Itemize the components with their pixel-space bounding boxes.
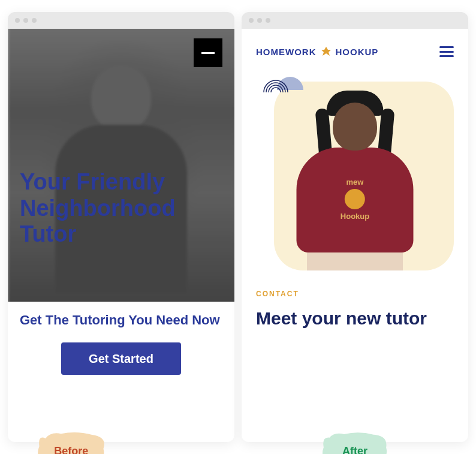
after-header: HOMEWORK HOOKUP [242, 29, 468, 70]
chrome-dot [266, 18, 270, 23]
after-content: HOMEWORK HOOKUP [242, 29, 468, 404]
hamburger-menu-button[interactable] [439, 46, 454, 57]
browser-chrome [8, 12, 234, 29]
shirt-text-2: Hookup [341, 212, 369, 221]
menu-button[interactable] [194, 38, 222, 67]
chrome-dot [257, 18, 262, 23]
after-headline: Meet your new tutor [256, 308, 454, 329]
hamburger-icon [439, 51, 454, 53]
before-label: Before [54, 445, 88, 454]
before-content: Your Friendly Neighborhood Tutor Get The… [8, 29, 234, 404]
shirt-text-1: mew [341, 178, 369, 187]
minus-icon [201, 52, 215, 54]
hamburger-icon [439, 55, 454, 57]
after-hero: mew Hookup [256, 70, 454, 270]
blur-overlay [8, 29, 234, 302]
get-started-button[interactable]: Get Started [61, 342, 181, 375]
brand-logo[interactable]: HOMEWORK HOOKUP [256, 46, 378, 58]
before-hero-image: Your Friendly Neighborhood Tutor [8, 29, 234, 302]
chrome-dot [23, 18, 28, 23]
before-subhead: Get The Tutoring You Need Now [8, 302, 234, 328]
rainbow-icon [261, 70, 291, 94]
person-face [333, 103, 377, 151]
after-window: HOMEWORK HOOKUP [242, 12, 468, 442]
after-label: After [342, 445, 367, 454]
shirt-mark-icon [345, 189, 365, 209]
eyebrow-label: CONTACT [256, 290, 454, 298]
chrome-dot [32, 18, 37, 23]
hamburger-icon [439, 46, 454, 48]
chrome-dot [15, 18, 20, 23]
brand-word-1: HOMEWORK [256, 47, 317, 57]
shirt-logo: mew Hookup [341, 178, 369, 221]
person-photo-color: mew Hookup [286, 91, 424, 270]
chrome-dot [249, 18, 254, 23]
before-headline: Your Friendly Neighborhood Tutor [20, 169, 234, 248]
logo-mark-icon [320, 46, 332, 58]
before-window: Your Friendly Neighborhood Tutor Get The… [8, 12, 234, 442]
brand-word-2: HOOKUP [336, 47, 379, 57]
after-badge: After [321, 431, 389, 454]
before-badge: Before [32, 431, 110, 454]
browser-chrome [242, 12, 468, 29]
